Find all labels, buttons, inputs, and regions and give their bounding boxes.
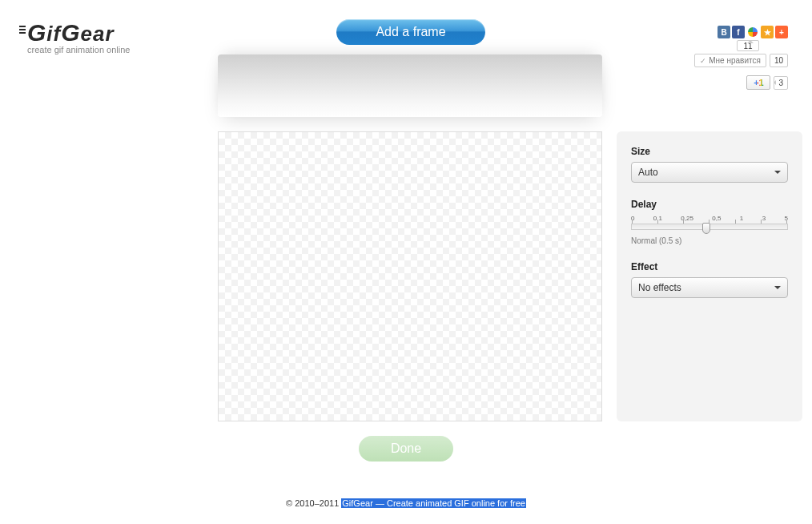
delay-status: Normal (0.5 s) [631,236,788,245]
size-label: Size [631,146,788,157]
settings-panel: Size Auto Delay 0 0,1 0,25 0,5 1 3 5 [617,131,802,421]
effect-dropdown[interactable]: No effects [631,277,788,298]
copyright-text: © 2010–2011 [286,498,341,508]
plusone-button[interactable]: +1 [746,75,770,90]
plusone-count: 3 [774,76,788,90]
facebook-icon[interactable]: f [732,26,745,38]
vk-icon[interactable]: B [718,26,730,38]
effect-value: No effects [638,282,681,293]
add-frame-button[interactable]: Add a frame [336,19,485,45]
like-label: Мне нравится [709,56,761,65]
share-icon[interactable]: + [775,26,788,38]
footer-link[interactable]: GifGear — Create animated GIF online for… [341,498,526,508]
delay-label: Delay [631,199,788,210]
preview-canvas[interactable] [218,131,602,421]
like-button[interactable]: Мне нравится [694,54,766,67]
size-value: Auto [638,167,658,178]
effect-label: Effect [631,261,788,272]
like-count: 10 [770,54,788,67]
logo-area: GifGear create gif animation online [27,19,130,54]
footer: © 2010–2011 GifGear — Create animated GI… [0,498,812,508]
done-button[interactable]: Done [359,436,453,462]
favorite-icon[interactable]: ★ [761,26,774,38]
delay-slider-handle[interactable] [702,223,710,234]
delay-slider[interactable] [631,224,788,230]
logo[interactable]: GifGear [27,19,130,46]
share-counter: 11 [737,40,759,51]
plusone-label: +1 [754,78,764,87]
frames-strip[interactable] [218,54,602,117]
size-dropdown[interactable]: Auto [631,162,788,183]
